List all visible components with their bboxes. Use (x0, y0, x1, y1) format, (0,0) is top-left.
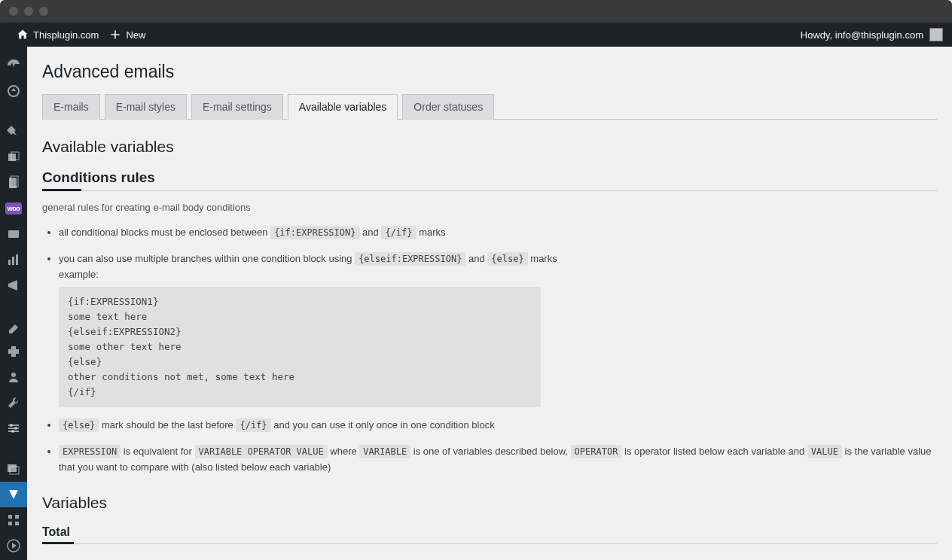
conditions-heading: Conditions rules (42, 169, 937, 191)
svg-rect-22 (15, 522, 19, 525)
tools-icon[interactable] (0, 390, 27, 415)
tab-available-variables[interactable]: Available variables (288, 94, 398, 120)
tab-email-styles[interactable]: E-mail styles (105, 94, 187, 120)
rule-item: you can also use multiple branches withi… (59, 251, 937, 408)
marketing-icon[interactable] (0, 272, 27, 298)
admin-sidebar: woo (0, 47, 27, 560)
tab-order-statuses[interactable]: Order statuses (402, 94, 494, 120)
tab-emails[interactable]: E-mails (42, 94, 100, 120)
code-varopval: VARIABLE OPERATOR VALUE (195, 445, 328, 458)
window-min-dot[interactable] (24, 7, 33, 16)
separator (0, 441, 27, 456)
separator (0, 104, 27, 119)
settings-icon[interactable] (0, 415, 27, 441)
admin-bar: Thisplugin.com New Howdy, info@thisplugi… (0, 23, 952, 47)
new-link[interactable]: New (109, 29, 145, 41)
svg-rect-7 (8, 260, 11, 265)
account-link[interactable]: Howdy, info@thisplugin.com (801, 28, 943, 41)
tab-nav: E-mails E-mail styles E-mail settings Av… (42, 94, 937, 120)
update-icon[interactable] (0, 78, 27, 104)
page-title: Advanced emails (42, 62, 937, 82)
new-label: New (126, 29, 145, 41)
code-if: {if:EXPRESSION} (270, 226, 359, 239)
thisplugin-icon[interactable] (0, 482, 27, 507)
code-endif: {/if} (381, 226, 416, 239)
conditions-subtext: general rules for creating e-mail body c… (42, 202, 937, 213)
svg-rect-21 (8, 522, 12, 525)
users-icon[interactable] (0, 364, 27, 390)
site-link[interactable]: Thisplugin.com (17, 29, 99, 41)
variable-total-heading: Total (42, 525, 937, 544)
woocommerce-icon[interactable]: woo (0, 196, 27, 221)
example-label: example: (59, 267, 937, 283)
svg-point-15 (14, 427, 17, 430)
svg-rect-20 (15, 515, 19, 519)
code-operator: OPERATOR (571, 445, 622, 458)
main-content: Advanced emails E-mails E-mail styles E-… (27, 47, 952, 560)
rule-item: all conditional blocks must be enclosed … (59, 225, 937, 241)
svg-point-16 (11, 430, 14, 433)
svg-point-14 (10, 424, 13, 427)
pages-icon[interactable] (0, 170, 27, 196)
section-title: Available variables (42, 138, 937, 156)
howdy-text: Howdy, info@thisplugin.com (801, 29, 923, 41)
appearance-icon[interactable] (0, 313, 27, 339)
card-icon[interactable] (0, 221, 27, 247)
avatar (929, 28, 943, 41)
play-icon[interactable] (0, 533, 27, 558)
code-value: VALUE (807, 445, 842, 458)
slides-icon[interactable] (0, 456, 27, 482)
rule-item: EXPRESSION is equivalent for VARIABLE OP… (59, 444, 937, 476)
svg-rect-6 (8, 230, 19, 238)
svg-rect-9 (16, 254, 18, 265)
window-titlebar (0, 0, 952, 23)
media-icon[interactable] (0, 145, 27, 170)
code-else: {else} (59, 418, 99, 432)
analytics-icon[interactable] (0, 247, 27, 272)
grid-icon[interactable] (0, 507, 27, 533)
svg-point-10 (11, 373, 16, 377)
pin-icon[interactable] (0, 119, 27, 145)
code-else: {else} (487, 252, 527, 266)
code-variable: VARIABLE (359, 445, 410, 458)
code-elseif: {elseif:EXPRESSION} (355, 252, 465, 266)
tab-email-settings[interactable]: E-mail settings (191, 94, 283, 120)
window-max-dot[interactable] (39, 7, 48, 16)
separator (0, 298, 27, 313)
code-endif: {/if} (236, 418, 270, 432)
code-expression: EXPRESSION (59, 445, 121, 458)
svg-rect-8 (12, 257, 14, 265)
rules-list: all conditional blocks must be enclosed … (42, 225, 937, 476)
variables-heading: Variables (42, 494, 937, 512)
code-block: {if:EXPRESSION1} some text here {elseif:… (59, 287, 541, 407)
dashboard-icon[interactable] (0, 53, 27, 78)
rule-item: {else} mark should be the last before {/… (59, 418, 937, 434)
svg-rect-19 (8, 515, 12, 519)
svg-rect-17 (8, 464, 17, 472)
site-name: Thisplugin.com (33, 29, 99, 41)
plugins-icon[interactable] (0, 339, 27, 364)
window-close-dot[interactable] (9, 7, 18, 16)
